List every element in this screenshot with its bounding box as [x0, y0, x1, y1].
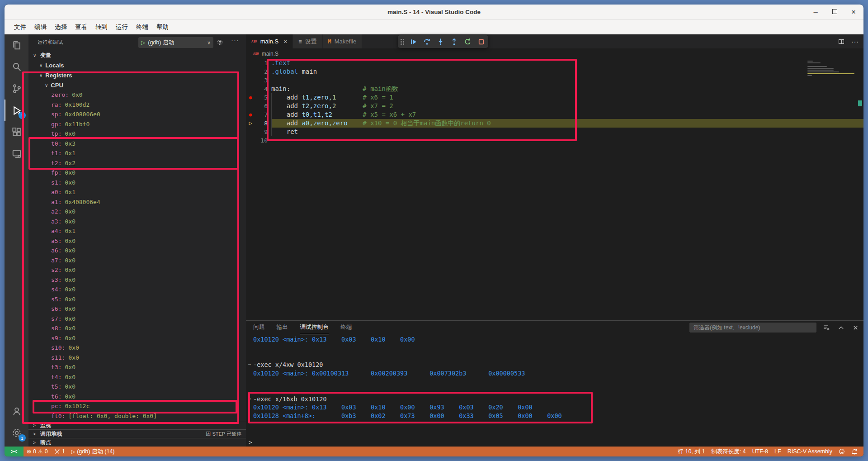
- console-line[interactable]: →-exec x/4xw 0x10120: [246, 361, 863, 369]
- status-item[interactable]: LF: [771, 448, 784, 455]
- register-row[interactable]: a2:0x0: [28, 207, 246, 217]
- console-line[interactable]: [246, 352, 863, 361]
- start-debug-icon[interactable]: ▷: [141, 39, 145, 46]
- split-editor-icon[interactable]: [839, 38, 844, 46]
- step-over-button[interactable]: [422, 37, 431, 46]
- launch-config-dropdown[interactable]: ▷ (gdb) 启动 ∨: [138, 37, 213, 48]
- tree-item-cpu[interactable]: ∨ CPU: [28, 80, 246, 90]
- code-line[interactable]: 3: [246, 76, 863, 85]
- close-panel-icon[interactable]: [851, 323, 860, 332]
- more-actions-icon[interactable]: ···: [231, 36, 239, 44]
- debug-session-status[interactable]: ▷ (gdb) 启动 (14): [68, 447, 118, 456]
- register-row[interactable]: s10:0x0: [28, 343, 246, 353]
- code-line[interactable]: 1.text: [246, 59, 863, 67]
- bp-slot[interactable]: [246, 85, 255, 93]
- register-row[interactable]: ra:0x100d2: [28, 100, 246, 110]
- debug-console-input[interactable]: >: [246, 437, 863, 447]
- menu-item-编辑[interactable]: 编辑: [30, 22, 51, 33]
- register-row[interactable]: s4:0x0: [28, 285, 246, 295]
- register-row[interactable]: zero:0x0: [28, 90, 246, 100]
- console-line[interactable]: 0x10120 <main>: 0x13 0x03 0x10 0x00: [246, 335, 863, 344]
- menu-item-文件[interactable]: 文件: [10, 22, 30, 33]
- minimap[interactable]: [807, 61, 856, 79]
- register-row[interactable]: pc:0x1012c: [28, 401, 246, 411]
- panel-tab-终端[interactable]: 终端: [340, 321, 352, 334]
- register-row[interactable]: a0:0x1: [28, 187, 246, 197]
- register-row[interactable]: s1:0x0: [28, 178, 246, 188]
- tab-Makefile[interactable]: MMakefile: [323, 34, 363, 48]
- register-row[interactable]: s9:0x0: [28, 333, 246, 343]
- code-line[interactable]: ●5 add t1,zero,1 # x6 = 1: [246, 93, 863, 102]
- extensions-icon[interactable]: [5, 121, 28, 143]
- console-line[interactable]: 0x10128 <main+8>: 0xb3 0x02 0x73 0x00 0x…: [246, 412, 863, 420]
- status-item[interactable]: UTF-8: [749, 448, 771, 455]
- remote-indicator[interactable]: ><: [5, 447, 24, 456]
- register-row[interactable]: a5:0x0: [28, 236, 246, 246]
- bp-slot[interactable]: [246, 128, 255, 136]
- console-line[interactable]: 0x10120 <main>: 0x13 0x03 0x10 0x00 0x93…: [246, 403, 863, 412]
- bp-slot[interactable]: [246, 76, 255, 85]
- account-icon[interactable]: [5, 400, 28, 422]
- maximize-button[interactable]: [831, 9, 838, 15]
- section-header-调用堆栈[interactable]: >调用堆栈因 STEP 已暂停: [28, 429, 246, 438]
- menu-item-终端[interactable]: 终端: [132, 22, 152, 33]
- bp-slot[interactable]: [246, 59, 255, 67]
- register-row[interactable]: gp:0x11bf0: [28, 119, 246, 129]
- console-line[interactable]: →-exec x/16xb 0x10120: [246, 395, 863, 404]
- register-row[interactable]: t0:0x3: [28, 139, 246, 149]
- overview-ruler[interactable]: [857, 59, 863, 320]
- close-tab-icon[interactable]: ×: [283, 38, 287, 45]
- notifications-status[interactable]: [848, 448, 861, 455]
- code-editor[interactable]: 1.text2.global main34main: # main函数●5 ad…: [246, 59, 863, 320]
- register-row[interactable]: a3:0x0: [28, 217, 246, 227]
- feedback-status[interactable]: [835, 448, 848, 455]
- title-bar[interactable]: main.S - 14 - Visual Studio Code ─ ×: [5, 5, 863, 20]
- console-line[interactable]: [246, 344, 863, 352]
- register-row[interactable]: s6:0x0: [28, 304, 246, 314]
- step-out-button[interactable]: [449, 37, 458, 46]
- register-row[interactable]: t6:0x0: [28, 392, 246, 402]
- tools-status[interactable]: 1: [51, 447, 68, 456]
- settings-gear-icon[interactable]: 1: [5, 422, 28, 444]
- restart-button[interactable]: [463, 37, 472, 46]
- register-row[interactable]: sp:0x408006e0: [28, 109, 246, 119]
- breakpoint-icon[interactable]: ●: [246, 93, 255, 102]
- problems-status[interactable]: ⊗ 0 ⚠ 0: [24, 447, 51, 456]
- register-row[interactable]: tp:0x0: [28, 129, 246, 139]
- register-row[interactable]: s7:0x0: [28, 314, 246, 324]
- code-line[interactable]: 6 add t2,zero,2 # x7 = 2: [246, 102, 863, 110]
- bp-slot[interactable]: [246, 102, 255, 110]
- register-row[interactable]: s5:0x0: [28, 295, 246, 304]
- search-icon[interactable]: [5, 56, 28, 78]
- code-line[interactable]: 4main: # main函数: [246, 85, 863, 93]
- status-item[interactable]: 行 10, 列 1: [675, 448, 708, 456]
- register-row[interactable]: t1:0x1: [28, 148, 246, 158]
- menu-item-帮助[interactable]: 帮助: [152, 22, 173, 33]
- code-line[interactable]: 9 ret: [246, 128, 863, 136]
- editor-more-icon[interactable]: ···: [851, 38, 859, 45]
- section-header-断点[interactable]: >断点: [28, 438, 246, 447]
- code-line[interactable]: 2.global main: [246, 67, 863, 76]
- explorer-icon[interactable]: [5, 34, 28, 56]
- register-row[interactable]: a1:0x408006e4: [28, 197, 246, 207]
- console-line[interactable]: [246, 378, 863, 386]
- status-item[interactable]: RISC-V Assembly: [784, 448, 835, 455]
- panel-tab-问题[interactable]: 问题: [253, 321, 265, 334]
- code-line[interactable]: ▷8 add a0,zero,zero # x10 = 0 相当于main函数中…: [246, 119, 863, 128]
- menu-item-选择[interactable]: 选择: [51, 22, 71, 33]
- debug-console-output[interactable]: 0x10120 <main>: 0x13 0x03 0x10 0x00→-exe…: [246, 334, 863, 437]
- breakpoint-icon[interactable]: ●: [246, 110, 255, 119]
- register-row[interactable]: s3:0x0: [28, 275, 246, 285]
- tab-设置[interactable]: ≡设置: [293, 34, 322, 48]
- menu-item-转到[interactable]: 转到: [91, 22, 112, 33]
- panel-tab-调试控制台[interactable]: 调试控制台: [300, 321, 329, 334]
- drag-handle-icon[interactable]: [401, 39, 404, 45]
- debug-settings-gear-icon[interactable]: [217, 39, 223, 48]
- run-and-debug-icon[interactable]: 1: [5, 100, 28, 121]
- register-row[interactable]: s2:0x0: [28, 265, 246, 275]
- clear-console-icon[interactable]: [822, 323, 831, 332]
- step-into-button[interactable]: [436, 37, 445, 46]
- remote-explorer-icon[interactable]: [5, 143, 28, 165]
- tab-main.S[interactable]: ASMmain.S×: [246, 34, 293, 48]
- tree-item-locals[interactable]: ∨ Locals: [28, 60, 246, 70]
